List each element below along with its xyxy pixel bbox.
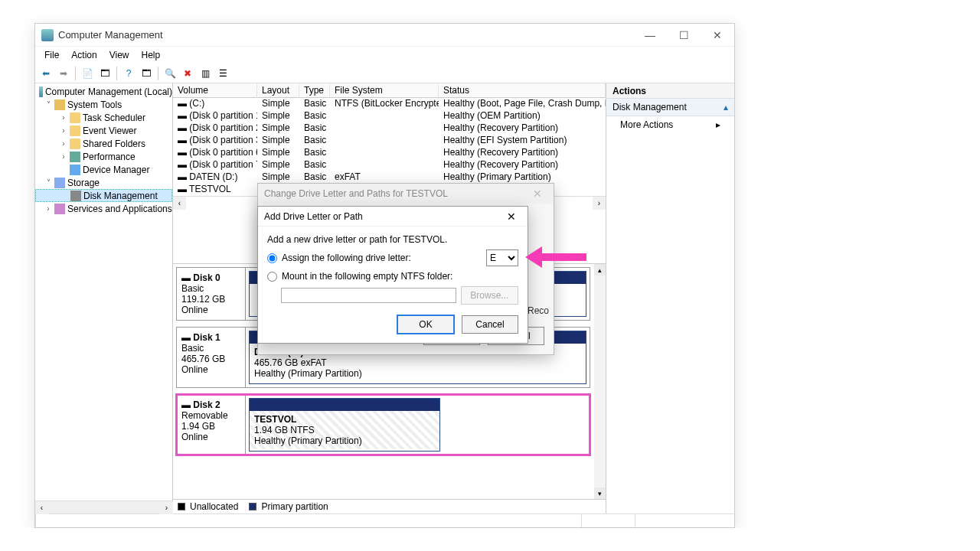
- back-button[interactable]: ⬅: [38, 66, 54, 81]
- minimize-button[interactable]: —: [633, 24, 667, 46]
- app-icon: [41, 29, 54, 41]
- back-reco-hint: Reco: [528, 305, 549, 316]
- volume-row[interactable]: ▬ (Disk 0 partition 2)SimpleBasicHealthy…: [173, 122, 606, 135]
- tree-scroll-right[interactable]: ›: [160, 501, 173, 514]
- maximize-button[interactable]: ☐: [667, 24, 701, 46]
- volume-row[interactable]: ▬ DATEN (D:)SimpleBasicexFATHealthy (Pri…: [173, 171, 606, 184]
- tree-system-tools[interactable]: ˅System Tools: [35, 98, 172, 111]
- browse-button[interactable]: Browse...: [461, 286, 518, 305]
- legend: Unallocated Primary partition: [173, 499, 606, 514]
- actions-title: Actions: [606, 83, 734, 99]
- tree-device-manager[interactable]: Device Manager: [35, 163, 172, 176]
- up-button[interactable]: 📄: [80, 66, 95, 81]
- chevron-right-icon: ▸: [716, 119, 720, 130]
- vol-scroll-left[interactable]: ‹: [173, 197, 186, 210]
- volume-row[interactable]: ▬ (Disk 0 partition 6)SimpleBasicHealthy…: [173, 147, 606, 159]
- menu-help[interactable]: Help: [137, 48, 165, 62]
- menu-view[interactable]: View: [105, 48, 134, 62]
- action-icon[interactable]: ▥: [198, 66, 213, 81]
- window-title: Computer Management: [58, 29, 633, 41]
- ok-button[interactable]: OK: [397, 315, 454, 334]
- cancel-button[interactable]: Cancel: [462, 315, 518, 334]
- forward-button[interactable]: ➡: [56, 66, 71, 81]
- volume-header[interactable]: Volume Layout Type File System Status: [173, 83, 606, 98]
- volume-row[interactable]: ▬ (C:)SimpleBasicNTFS (BitLocker Encrypt…: [173, 98, 606, 110]
- drive-letter-select[interactable]: E: [486, 249, 518, 266]
- toolbar: ⬅ ➡ 📄 🗔 ? 🗔 🔍 ✖ ▥ ☰: [35, 64, 734, 83]
- mount-path-input[interactable]: [281, 288, 456, 303]
- tree-performance[interactable]: ›Performance: [35, 150, 172, 163]
- collapse-icon[interactable]: ▴: [724, 102, 728, 112]
- col-volume: Volume: [173, 83, 257, 98]
- dialog-message: Add a new drive letter or path for TESTV…: [267, 234, 518, 245]
- mount-folder-label: Mount in the following empty NTFS folder…: [282, 271, 452, 282]
- titlebar: Computer Management — ☐ ✕: [35, 24, 734, 47]
- computer-management-window: Computer Management — ☐ ✕ File Action Vi…: [34, 23, 735, 528]
- actions-pane: Actions Disk Management ▴ More Actions ▸: [606, 83, 734, 514]
- rescan-icon[interactable]: 🔍: [162, 66, 178, 81]
- disk-row[interactable]: ▬ Disk 2Removable1.94 GBOnlineTESTVOL1.9…: [176, 394, 590, 455]
- volume-row[interactable]: ▬ (Disk 0 partition 3)SimpleBasicHealthy…: [173, 135, 606, 147]
- disk-vscroll[interactable]: ▴▾: [594, 264, 606, 499]
- statusbar: [35, 514, 734, 527]
- tree-event-viewer[interactable]: ›Event Viewer: [35, 124, 172, 137]
- col-status: Status: [439, 83, 606, 98]
- tree-shared-folders[interactable]: ›Shared Folders: [35, 137, 172, 150]
- col-filesystem: File System: [330, 83, 439, 98]
- nav-tree[interactable]: Computer Management (Local) ˅System Tool…: [35, 83, 173, 514]
- partition[interactable]: TESTVOL1.94 GB NTFSHealthy (Primary Part…: [249, 398, 440, 452]
- properties-button[interactable]: 🗔: [97, 66, 113, 81]
- dialog-close-button[interactable]: ✕: [501, 208, 521, 225]
- legend-unallocated: Unallocated: [190, 501, 238, 512]
- volume-row[interactable]: ▬ (Disk 0 partition 1)SimpleBasicHealthy…: [173, 110, 606, 122]
- tree-task-scheduler[interactable]: ›Task Scheduler: [35, 111, 172, 124]
- menu-file[interactable]: File: [40, 48, 64, 62]
- col-type: Type: [299, 83, 330, 98]
- list-icon[interactable]: ☰: [215, 66, 230, 81]
- actions-more[interactable]: More Actions ▸: [606, 116, 734, 133]
- assign-letter-label: Assign the following drive letter:: [282, 253, 411, 263]
- col-layout: Layout: [257, 83, 299, 98]
- refresh-icon[interactable]: 🗔: [139, 66, 154, 81]
- tree-disk-management[interactable]: Disk Management: [35, 189, 172, 202]
- tree-scroll-left[interactable]: ‹: [35, 501, 48, 514]
- volume-row[interactable]: ▬ (Disk 0 partition 7)SimpleBasicHealthy…: [173, 159, 606, 171]
- add-drive-letter-dialog: Add Drive Letter or Path ✕ Add a new dri…: [257, 206, 528, 344]
- actions-group[interactable]: Disk Management ▴: [606, 99, 734, 116]
- vol-scroll-right[interactable]: ›: [593, 197, 606, 210]
- tree-services[interactable]: ›Services and Applications: [35, 202, 172, 215]
- tree-storage[interactable]: ˅Storage: [35, 176, 172, 189]
- mount-folder-radio[interactable]: [267, 272, 277, 282]
- tree-root[interactable]: Computer Management (Local): [35, 85, 172, 98]
- back-dialog-close[interactable]: ✕: [528, 185, 547, 202]
- menu-action[interactable]: Action: [67, 48, 101, 62]
- close-button[interactable]: ✕: [701, 24, 734, 46]
- delete-icon[interactable]: ✖: [180, 66, 195, 81]
- help-button[interactable]: ?: [121, 66, 136, 81]
- legend-primary: Primary partition: [261, 501, 328, 512]
- assign-letter-radio[interactable]: [267, 253, 277, 263]
- dialog-title: Add Drive Letter or Path: [264, 211, 363, 222]
- menubar: File Action View Help: [35, 47, 734, 64]
- back-dialog-title: Change Drive Letter and Paths for TESTVO…: [264, 188, 448, 199]
- tree-scrollbar[interactable]: [48, 501, 160, 514]
